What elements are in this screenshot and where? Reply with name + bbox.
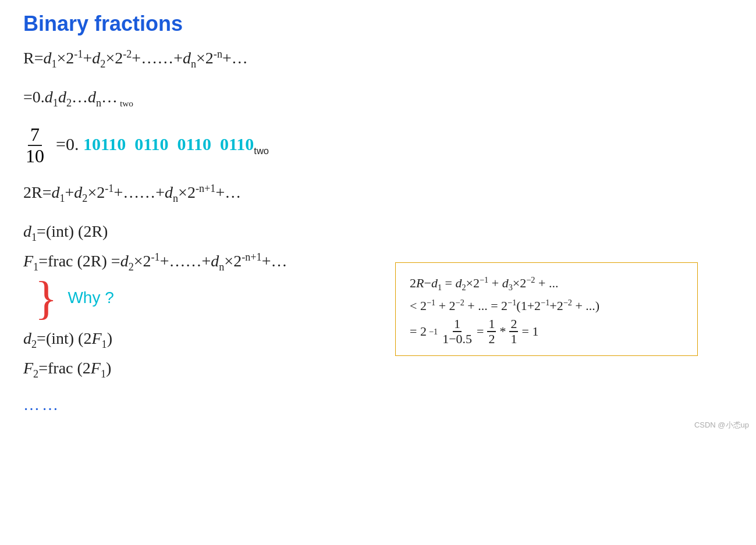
proof-frac-num: 1: [453, 317, 462, 332]
right-brace-icon: }: [35, 275, 57, 321]
proof-box: 2R−d1 = d2×2−1 + d3×2−2 + ... < 2−1 + 2−…: [395, 262, 698, 355]
proof-line-2: < 2−1 + 2−2 + ... = 2−1(1+2−1+2−2 + ...): [410, 295, 683, 316]
equation-d2: d2=(int) (2F1): [23, 327, 287, 352]
ellipsis-dots: ……: [23, 396, 287, 414]
frac-numerator: 7: [28, 124, 42, 146]
proof-line-1: 2R−d1 = d2×2−1 + d3×2−2 + ...: [410, 272, 683, 295]
equation-2: =0.d1d2…dn… two: [23, 86, 733, 111]
equation-1: R=d1×2-1+d2×2-2+……+dn×2-n+…: [23, 47, 733, 72]
proof-line-3: = 2−1 1 1−0.5 = 1 2 * 2 1 = 1: [410, 317, 683, 346]
equation-4: 2R=d1+d2×2-1+……+dn×2-n+1+…: [23, 181, 733, 206]
proof-frac-den: 1−0.5: [441, 332, 473, 346]
fraction-example: 7 10 =0. 10110 0110 0110 0110two: [23, 124, 733, 166]
equation-d1: d1=(int) (2R): [23, 220, 287, 245]
watermark: CSDN @小怸up: [694, 420, 749, 430]
brace-why-group: } Why ?: [23, 275, 287, 321]
why-label: Why ?: [68, 288, 113, 307]
page-title: Binary fractions: [23, 12, 733, 36]
frac-denominator: 10: [23, 146, 47, 166]
equation-f1: F1=frac (2R) =d2×2-1+……+dn×2-n+1+…: [23, 250, 287, 275]
equation-f2: F2=frac (2F1): [23, 357, 287, 382]
